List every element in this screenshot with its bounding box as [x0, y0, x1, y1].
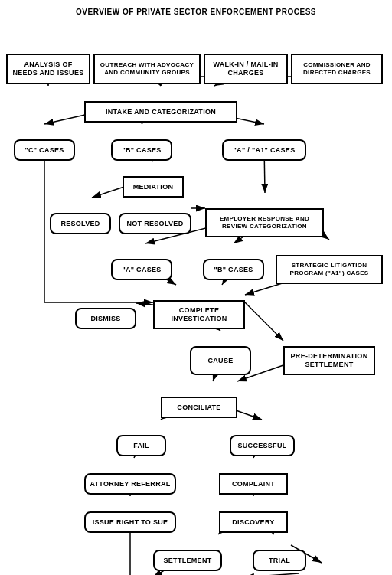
node-strategic: STRATEGIC LITIGATIONPROGRAM ("A1") CASES — [276, 255, 383, 284]
page-title: OVERVIEW OF PRIVATE SECTOR ENFORCEMENT P… — [0, 8, 392, 16]
node-outreach: OUTREACH WITH ADVOCACYAND COMMUNITY GROU… — [93, 54, 201, 84]
node-complaint: COMPLAINT — [219, 473, 288, 495]
node-pre_determination: PRE-DETERMINATIONSETTLEMENT — [283, 346, 375, 375]
page: OVERVIEW OF PRIVATE SECTOR ENFORCEMENT P… — [0, 0, 392, 575]
node-c_cases: "C" CASES — [14, 139, 75, 161]
node-not_resolved: NOT RESOLVED — [119, 213, 191, 234]
node-conciliate: CONCILIATE — [161, 397, 237, 418]
node-a_cases_mid: "A" CASES — [111, 259, 172, 280]
node-dismiss: DISMISS — [75, 308, 136, 329]
svg-line-20 — [245, 302, 283, 341]
node-walkin: WALK-IN / MAIL-INCHARGES — [204, 54, 288, 84]
node-attorney_referral: ATTORNEY REFERRAL — [84, 473, 176, 495]
node-employer_response: EMPLOYER RESPONSE ANDREVIEW CATEGORIZATI… — [205, 208, 324, 237]
node-analysis: ANALYSIS OFNEEDS AND ISSUES — [6, 54, 90, 84]
node-resolved: RESOLVED — [50, 213, 111, 234]
node-commissioner: COMMISSIONER ANDDIRECTED CHARGES — [291, 54, 383, 84]
node-b_cases_mid: "B" CASES — [203, 259, 264, 280]
node-successful: SUCCESSFUL — [230, 435, 295, 456]
node-a_cases_top: "A" / "A1" CASES — [222, 139, 306, 161]
node-cause: CAUSE — [190, 346, 251, 375]
node-intake: INTAKE AND CATEGORIZATION — [84, 101, 237, 123]
node-issue_right: ISSUE RIGHT TO SUE — [84, 511, 176, 533]
node-fail: FAIL — [116, 435, 166, 456]
arrow-layer — [0, 0, 392, 575]
node-settlement: SETTLEMENT — [153, 550, 222, 571]
node-mediation: MEDIATION — [122, 176, 184, 198]
node-b_cases_top: "B" CASES — [111, 139, 172, 161]
node-complete_invest: COMPLETEINVESTIGATION — [153, 300, 245, 329]
node-discovery: DISCOVERY — [219, 511, 288, 533]
node-trial: TRIAL — [253, 550, 306, 571]
